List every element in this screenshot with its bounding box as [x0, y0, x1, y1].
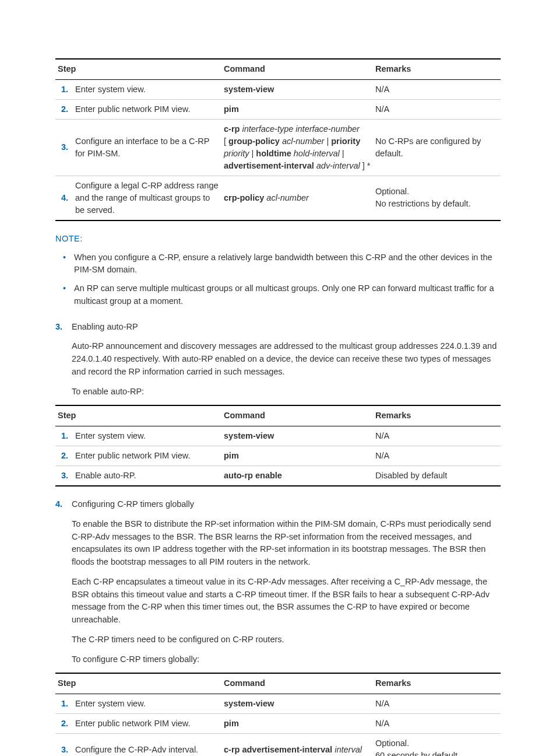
paragraph: Auto-RP announcement and discovery messa…: [72, 340, 501, 378]
cmd-part: priority: [224, 149, 249, 158]
step-cmd: c-rp advertisement-interval interval: [221, 734, 373, 756]
cmd-part: acl-number: [264, 193, 309, 202]
th-remarks: Remarks: [373, 405, 501, 426]
step-num: 3.: [55, 734, 73, 756]
cmd-part: c-rp advertisement-interval: [224, 745, 332, 754]
step-cmd: c-rp interface-type interface-number [ g…: [221, 119, 373, 176]
table-row: 3. Enable auto-RP. auto-rp enable Disabl…: [55, 466, 501, 487]
cmd-part: adv-interval: [314, 161, 360, 170]
note-item: When you configure a C-RP, ensure a rela…: [66, 251, 501, 277]
step-remarks: N/A: [373, 79, 501, 99]
step-remarks: N/A: [373, 426, 501, 446]
th-step: Step: [55, 59, 221, 79]
step-num: 1.: [55, 426, 73, 446]
step-desc: Configure a legal C-RP address range and…: [73, 176, 221, 220]
step-cmd: pim: [221, 99, 373, 119]
step-desc: Enter public network PIM view.: [73, 714, 221, 734]
cmd-part: |: [249, 149, 256, 158]
remark-line: 60 seconds by default.: [375, 750, 498, 756]
step-desc: Enter system view.: [73, 79, 221, 99]
cmd-part: holdtime: [256, 149, 291, 158]
step-remarks: N/A: [373, 99, 501, 119]
step-desc: Enter system view.: [73, 426, 221, 446]
step-num: 1.: [55, 694, 73, 714]
remark-line: Optional.: [375, 737, 498, 750]
step-desc: Enter public network PIM view.: [73, 446, 221, 466]
table-row: 1. Enter system view. system-view N/A: [55, 426, 501, 446]
cmd-part: interval: [332, 745, 362, 754]
step-desc: Enter system view.: [73, 694, 221, 714]
table-crp-timers: Step Command Remarks 1. Enter system vie…: [55, 673, 501, 756]
th-step: Step: [55, 405, 221, 426]
section-num: 3.: [55, 321, 72, 334]
section-title: Enabling auto-RP: [72, 322, 138, 331]
paragraph: To enable the BSR to distribute the RP-s…: [72, 518, 501, 569]
cmd-part: |: [324, 136, 331, 146]
step-desc: Configure an interface to be a C-RP for …: [73, 119, 221, 176]
paragraph: Each C-RP encapsulates a timeout value i…: [72, 576, 501, 626]
cmd-part: advertisement-interval: [224, 161, 314, 170]
remark-line: No restrictions by default.: [375, 198, 498, 210]
remark-line: Optional.: [375, 186, 498, 198]
cmd-part: acl-number: [280, 136, 325, 146]
th-remarks: Remarks: [373, 59, 501, 79]
th-command: Command: [221, 405, 373, 426]
table-row: 4. Configure a legal C-RP address range …: [55, 176, 501, 220]
step-remarks: N/A: [373, 694, 501, 714]
step-desc: Enter public network PIM view.: [73, 99, 221, 119]
step-desc: Configure the C-RP-Adv interval.: [73, 734, 221, 756]
step-cmd: pim: [221, 446, 373, 466]
paragraph: The C-RP timers need to be configured on…: [72, 634, 501, 646]
th-command: Command: [221, 673, 373, 694]
step-remarks: Optional. No restrictions by default.: [373, 176, 501, 220]
paragraph: To enable auto-RP:: [72, 386, 501, 398]
section-4-heading: 4.Configuring C-RP timers globally: [55, 498, 501, 511]
step-num: 1.: [55, 79, 73, 99]
table-row: 2. Enter public network PIM view. pim N/…: [55, 99, 501, 119]
cmd-part: |: [340, 149, 344, 158]
cmd-part: group-policy: [228, 136, 280, 146]
step-remarks: Optional. 60 seconds by default.: [373, 734, 501, 756]
section-3-heading: 3.Enabling auto-RP: [55, 321, 501, 334]
step-cmd: crp-policy acl-number: [221, 176, 373, 220]
table-row: 2. Enter public network PIM view. pim N/…: [55, 446, 501, 466]
table-crp-config: Step Command Remarks 1. Enter system vie…: [55, 58, 501, 221]
section-4-body: To enable the BSR to distribute the RP-s…: [55, 518, 501, 666]
cmd-part: hold-interval: [291, 149, 340, 158]
section-title: Configuring C-RP timers globally: [72, 499, 194, 509]
step-remarks: No C-RPs are configured by default.: [373, 119, 501, 176]
section-3-body: Auto-RP announcement and discovery messa…: [55, 340, 501, 398]
table-row: 1. Enter system view. system-view N/A: [55, 79, 501, 99]
step-num: 2.: [55, 446, 73, 466]
th-step: Step: [55, 673, 221, 694]
step-desc: Enable auto-RP.: [73, 466, 221, 487]
cmd-part: [: [224, 136, 228, 146]
step-remarks: Disabled by default: [373, 466, 501, 487]
th-remarks: Remarks: [373, 673, 501, 694]
cmd-part: c-rp: [224, 124, 240, 134]
table-row: 3. Configure the C-RP-Adv interval. c-rp…: [55, 734, 501, 756]
note-item: An RP can serve multiple multicast group…: [66, 282, 501, 308]
step-remarks: N/A: [373, 446, 501, 466]
step-num: 2.: [55, 714, 73, 734]
cmd-part: ] *: [360, 161, 371, 170]
cmd-part: priority: [331, 136, 360, 146]
table-row: 3. Configure an interface to be a C-RP f…: [55, 119, 501, 176]
table-row: 1. Enter system view. system-view N/A: [55, 694, 501, 714]
section-num: 4.: [55, 498, 72, 511]
cmd-part: interface-type interface-number: [240, 124, 360, 134]
step-num: 2.: [55, 99, 73, 119]
table-auto-rp: Step Command Remarks 1. Enter system vie…: [55, 405, 501, 487]
note-list: When you configure a C-RP, ensure a rela…: [55, 251, 501, 308]
step-cmd: pim: [221, 714, 373, 734]
step-cmd: system-view: [221, 79, 373, 99]
step-cmd: system-view: [221, 694, 373, 714]
th-command: Command: [221, 59, 373, 79]
step-num: 4.: [55, 176, 73, 220]
step-num: 3.: [55, 466, 73, 487]
step-remarks: N/A: [373, 714, 501, 734]
cmd-part: crp-policy: [224, 193, 264, 202]
step-cmd: system-view: [221, 426, 373, 446]
note-heading: NOTE:: [55, 233, 501, 246]
table-row: 2. Enter public network PIM view. pim N/…: [55, 714, 501, 734]
